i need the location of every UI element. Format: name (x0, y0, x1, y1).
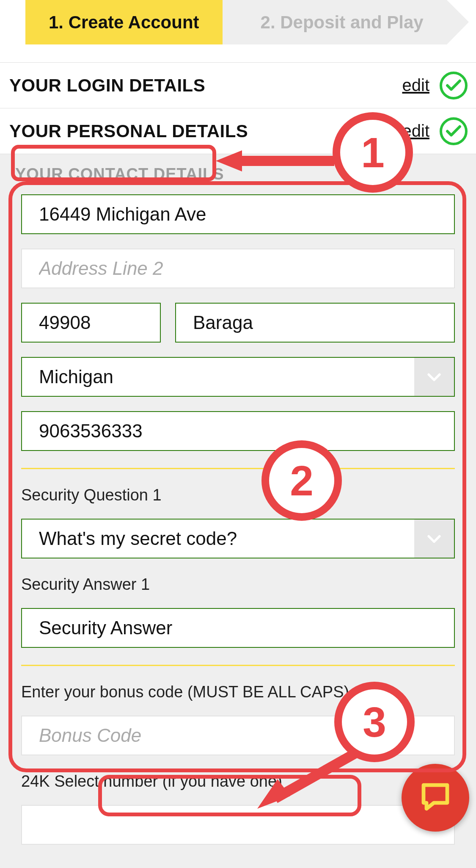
select24-input[interactable] (21, 805, 455, 845)
chevron-down-icon (414, 358, 454, 396)
divider (21, 665, 455, 666)
select24-label: 24K Select number (if you have one) (21, 770, 455, 791)
section-personal-details: YOUR PERSONAL DETAILS edit (0, 108, 476, 154)
bonus-code-input[interactable] (21, 716, 455, 755)
phone-input[interactable] (21, 411, 455, 451)
address-line-1-input[interactable] (21, 194, 455, 234)
chat-button[interactable] (402, 764, 469, 832)
chevron-down-icon (414, 520, 454, 558)
step-create-account: 1. Create Account (25, 0, 223, 44)
zip-input[interactable] (21, 303, 161, 343)
security-question-label: Security Question 1 (21, 484, 455, 504)
security-answer-label: Security Answer 1 (21, 573, 455, 594)
city-input[interactable] (175, 303, 455, 343)
address-line-2-input[interactable] (21, 249, 455, 288)
section-title: YOUR PERSONAL DETAILS (9, 121, 402, 141)
panel-heading: YOUR CONTACT DETAILS (0, 154, 476, 194)
section-login-details: YOUR LOGIN DETAILS edit (0, 63, 476, 108)
security-answer-input[interactable] (21, 608, 455, 648)
security-question-select[interactable] (21, 519, 455, 558)
section-title: YOUR LOGIN DETAILS (9, 75, 402, 96)
progress-stepper: 1. Create Account 2. Deposit and Play (0, 0, 476, 44)
step-deposit-play: 2. Deposit and Play (223, 0, 447, 44)
checkmark-icon (440, 117, 468, 145)
section-contact-details: YOUR CONTACT DETAILS Security Question 1… (0, 154, 476, 868)
edit-link-login[interactable]: edit (402, 76, 430, 95)
bonus-code-label: Enter your bonus code (MUST BE ALL CAPS)… (21, 680, 455, 701)
edit-link-personal[interactable]: edit (402, 122, 430, 141)
chat-icon (418, 779, 453, 816)
divider (21, 468, 455, 469)
state-select[interactable] (21, 357, 455, 397)
checkmark-icon (440, 72, 468, 100)
